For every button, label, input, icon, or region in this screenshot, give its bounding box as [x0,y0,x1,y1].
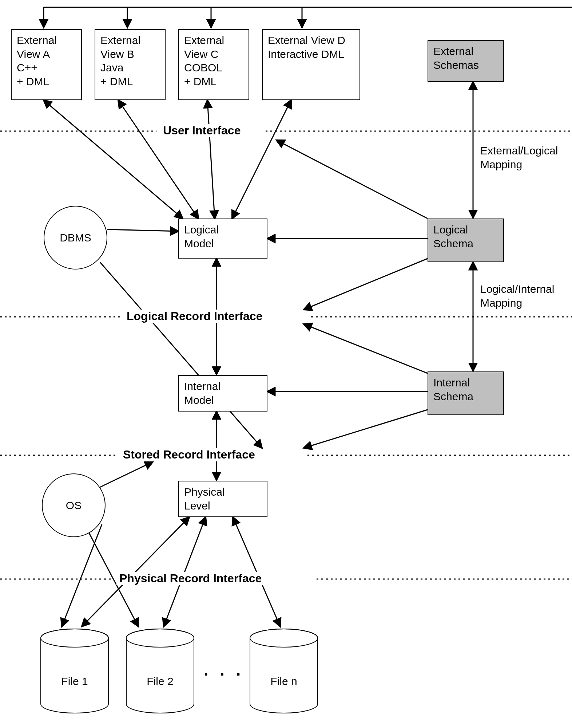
svg-line-21 [304,259,428,310]
external-schemas-box: External Schemas [428,40,504,82]
physical-record-interface-label: Physical Record Interface [116,572,265,585]
internal-schema-box: Internal Schema [428,371,504,415]
logical-schema-box: Logical Schema [428,219,504,262]
svg-line-15 [207,100,215,219]
logical-record-interface-label: Logical Record Interface [124,310,265,323]
file-1-cylinder: File 1 [40,628,109,714]
physical-level-box: Physical Level [178,481,267,517]
dbms-circle: DBMS [44,206,107,269]
svg-line-22 [304,324,428,373]
user-interface-label: User Interface [160,124,243,137]
external-view-c: External View C COBOL + DML [178,29,249,100]
os-circle: OS [42,473,106,537]
svg-line-24 [304,410,428,448]
svg-line-31 [62,524,102,626]
logical-model-box: Logical Model [178,219,267,259]
stored-record-interface-label: Stored Record Interface [120,448,258,461]
dbms-label: DBMS [60,232,91,244]
file-n-label: File n [249,675,318,688]
file-2-label: File 2 [126,675,195,688]
internal-model-box: Internal Model [178,375,267,412]
file-2-cylinder: File 2 [126,628,195,714]
files-ellipsis: . . . [204,661,244,679]
svg-line-14 [118,100,198,219]
external-view-b: External View B Java + DML [95,29,166,100]
file-n-cylinder: File n [249,628,318,714]
svg-line-13 [44,100,183,219]
os-label: OS [66,499,82,512]
logical-internal-mapping-label: Logical/Internal Mapping [480,282,554,310]
svg-line-19 [277,140,428,219]
external-view-a: External View A C++ + DML [11,29,82,100]
svg-line-16 [232,100,291,219]
file-1-label: File 1 [40,675,109,688]
svg-line-18 [100,262,262,448]
external-view-d: External View D Interactive DML [262,29,360,100]
svg-line-17 [107,229,178,231]
external-logical-mapping-label: External/Logical Mapping [480,144,558,171]
svg-line-29 [98,462,153,488]
